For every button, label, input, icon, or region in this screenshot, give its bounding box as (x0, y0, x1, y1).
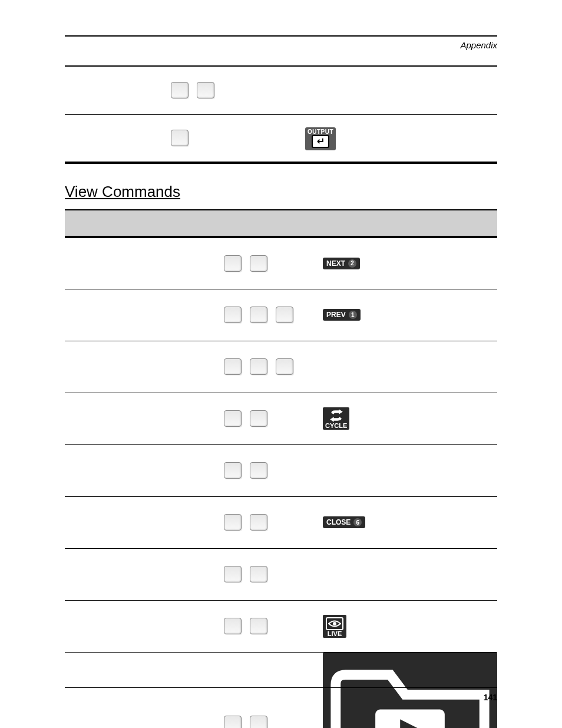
keyboard-key-icon (250, 307, 267, 323)
output-button: OUTPUT↵ (295, 126, 497, 150)
next-button: NEXT2 (312, 258, 497, 269)
key-group (159, 82, 295, 98)
table-row: LIVE (65, 600, 497, 652)
keyboard-key-icon (224, 358, 242, 375)
table-row (65, 548, 497, 600)
table-row (65, 444, 497, 496)
table-row: PREV1 (65, 289, 497, 341)
key-group (159, 130, 295, 146)
table-header (312, 210, 497, 237)
button-number-badge: 1 (349, 311, 357, 319)
table-row: CLOSE6 (65, 496, 497, 548)
key-group (212, 462, 312, 479)
return-arrow-icon: ↵ (312, 135, 329, 148)
key-group (212, 566, 312, 582)
key-group (212, 410, 312, 427)
keyboard-key-icon (224, 716, 242, 728)
keyboard-key-icon (197, 82, 214, 98)
keyboard-key-icon (250, 514, 267, 531)
keyboard-key-icon (224, 566, 242, 582)
key-group (212, 618, 312, 634)
keyboard-key-icon (224, 462, 242, 479)
close-button: CLOSE6 (312, 516, 497, 528)
key-group (212, 255, 312, 272)
top-command-table: OUTPUT↵ (65, 65, 497, 164)
eye-icon (326, 617, 343, 630)
table-row: CYCLE (65, 393, 497, 444)
table-row: OUTPUT↵ (65, 114, 497, 163)
cycle-label: CYCLE (325, 422, 347, 429)
keyboard-key-icon (224, 255, 242, 272)
keyboard-key-icon (250, 358, 267, 375)
table-header (65, 210, 212, 237)
button-number-badge: 6 (353, 518, 362, 526)
section-heading: View Commands (65, 183, 497, 201)
keyboard-key-icon (250, 462, 267, 479)
button-number-badge: 2 (348, 259, 356, 268)
button-label: PREV (326, 311, 346, 319)
button-label: NEXT (326, 259, 345, 268)
keyboard-key-icon (250, 618, 267, 634)
view-commands-table: NEXT2PREV1CYCLECLOSE6LIVERECORDED (65, 209, 497, 728)
table-row (65, 66, 497, 114)
keyboard-key-icon (171, 82, 189, 98)
header-rule (65, 35, 497, 37)
key-group (212, 358, 312, 375)
prev-button: PREV1 (312, 309, 497, 321)
page-number: 141 (65, 693, 497, 702)
keyboard-key-icon (171, 130, 189, 146)
keyboard-key-icon (276, 307, 293, 323)
keyboard-key-icon (224, 307, 242, 323)
button-label: CLOSE (326, 518, 351, 526)
keyboard-key-icon (250, 716, 267, 728)
key-group (212, 307, 312, 323)
table-header (212, 210, 312, 237)
table-row: NEXT2 (65, 237, 497, 289)
table-row (65, 341, 497, 393)
keyboard-key-icon (224, 618, 242, 634)
keyboard-key-icon (276, 358, 293, 375)
output-label: OUTPUT (308, 129, 333, 135)
svg-point-0 (333, 622, 336, 625)
key-group (212, 716, 312, 728)
key-group (212, 514, 312, 531)
keyboard-key-icon (224, 514, 242, 531)
cycle-arrows-icon (329, 409, 344, 422)
keyboard-key-icon (250, 255, 267, 272)
live-button: LIVE (312, 615, 497, 638)
keyboard-key-icon (224, 410, 242, 427)
keyboard-key-icon (250, 566, 267, 582)
cycle-button: CYCLE (312, 407, 497, 430)
live-label: LIVE (328, 630, 342, 637)
page-footer: 141 (65, 687, 497, 702)
keyboard-key-icon (250, 410, 267, 427)
header-section-label: Appendix (65, 40, 497, 50)
